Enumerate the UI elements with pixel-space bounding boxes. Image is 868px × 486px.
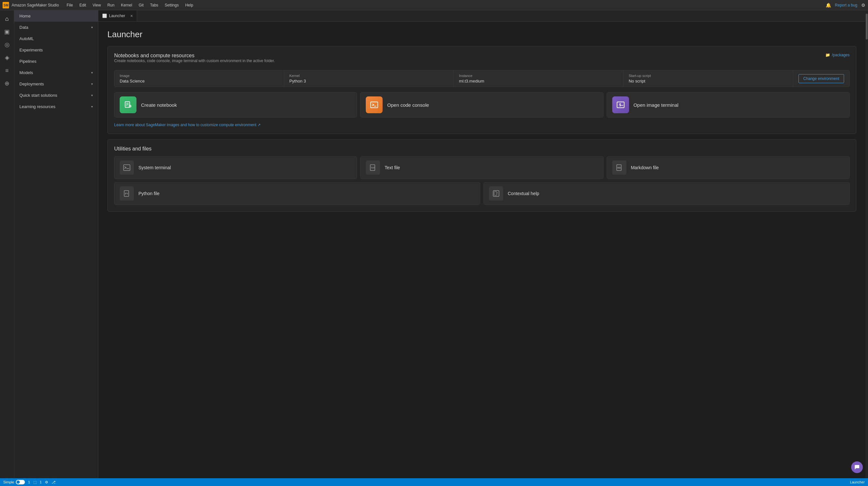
menu-run[interactable]: Run <box>105 2 117 9</box>
status-left: Simple 1 ⬚ 1 ⚙ ⎇ <box>3 480 56 484</box>
contextual-help-icon <box>489 186 503 201</box>
menu-view[interactable]: View <box>90 2 103 9</box>
text-file-label: Text file <box>384 165 400 170</box>
launcher-content: Launcher Notebooks and compute resources… <box>98 22 865 478</box>
create-notebook-card[interactable]: Create notebook <box>114 92 357 117</box>
status-count2: 1 <box>40 480 42 484</box>
mode-toggle[interactable] <box>16 480 25 484</box>
icon-strip: ⌂ ▣ ◎ ◈ ≡ ⊕ <box>0 10 14 478</box>
env-image-cell: Image Data Science <box>115 70 284 87</box>
sidebar-item-quick-start-label: Quick start solutions <box>20 93 57 98</box>
sidebar-item-pipelines[interactable]: Pipelines <box>14 56 98 67</box>
system-terminal-card[interactable]: System terminal <box>114 156 357 179</box>
chat-bubble-button[interactable] <box>851 461 863 473</box>
utilities-row2: PY Python file Cont <box>114 182 849 205</box>
open-image-terminal-label: Open image terminal <box>633 102 679 108</box>
sidebar-item-models[interactable]: Models ▾ <box>14 67 98 78</box>
mode-toggle-wrap: Simple <box>3 480 25 484</box>
menu-help[interactable]: Help <box>183 2 196 9</box>
scrollbar-track[interactable] <box>865 10 868 478</box>
env-instance-label: Instance <box>459 74 618 78</box>
open-code-console-icon <box>366 96 382 113</box>
menu-settings[interactable]: Settings <box>162 2 181 9</box>
sidebar-item-quick-start[interactable]: Quick start solutions ▾ <box>14 90 98 101</box>
app-logo-icon: SM <box>3 2 9 8</box>
contextual-help-card[interactable]: Contextual help <box>484 182 849 205</box>
tab-close-button[interactable]: × <box>130 13 133 19</box>
settings-gear-icon[interactable]: ⚙ <box>861 3 865 8</box>
sidebar-item-deployments[interactable]: Deployments ▾ <box>14 78 98 90</box>
menu-file[interactable]: File <box>64 2 75 9</box>
strip-home-icon[interactable]: ⌂ <box>1 13 13 25</box>
notebooks-section-header: Notebooks and compute resources Create n… <box>114 53 849 68</box>
open-code-console-label: Open code console <box>387 102 429 108</box>
scrollbar-thumb[interactable] <box>866 13 868 39</box>
python-file-label: Python file <box>138 191 159 196</box>
open-image-terminal-icon: $ <box>612 96 629 113</box>
menu-right: 🔔 Report a bug ⚙ <box>826 3 865 8</box>
env-startup-cell: Start-up script No script <box>623 70 793 87</box>
git-branch-icon[interactable]: ⎇ <box>52 480 56 484</box>
strip-data-icon[interactable]: ▣ <box>1 26 13 37</box>
menu-git[interactable]: Git <box>136 2 146 9</box>
sidebar-item-experiments[interactable]: Experiments <box>14 44 98 56</box>
strip-extensions-icon[interactable]: ⊕ <box>1 78 13 89</box>
sidebar-item-experiments-label: Experiments <box>20 48 43 53</box>
strip-pipelines-icon[interactable]: ≡ <box>1 65 13 77</box>
open-code-console-card[interactable]: Open code console <box>360 92 603 117</box>
page-title: Launcher <box>107 29 856 39</box>
text-file-card[interactable]: TXT Text file <box>360 156 603 179</box>
change-environment-button[interactable]: Change environment <box>799 74 844 83</box>
sidebar-item-learning-resources[interactable]: Learning resources ▾ <box>14 101 98 112</box>
folder-icon: 📁 <box>825 53 830 57</box>
strip-experiments-icon[interactable]: ◈ <box>1 52 13 63</box>
env-startup-label: Start-up script <box>629 74 788 78</box>
main-layout: ⌂ ▣ ◎ ◈ ≡ ⊕ Home Data ▾ AutoML Experimen… <box>0 10 868 478</box>
sidebar-item-data[interactable]: Data ▾ <box>14 22 98 33</box>
chevron-down-icon: ▾ <box>91 71 93 74</box>
status-settings-icon[interactable]: ⚙ <box>45 480 48 484</box>
chevron-down-icon: ▾ <box>91 105 93 109</box>
sidebar-item-pipelines-label: Pipelines <box>20 59 36 64</box>
utilities-row1: System terminal TXT Text file <box>114 156 849 179</box>
notebooks-section-subtitle: Create notebooks, code console, image te… <box>114 59 275 63</box>
status-launcher-label: Launcher <box>850 480 865 484</box>
sidebar-item-home[interactable]: Home <box>14 10 98 22</box>
tab-launcher-label: Launcher <box>109 13 125 18</box>
sidebar-item-deployments-label: Deployments <box>20 82 44 86</box>
open-image-terminal-card[interactable]: $ Open image terminal <box>607 92 849 117</box>
action-grid: Create notebook Open code console <box>114 92 849 117</box>
sidebar-item-learning-resources-label: Learning resources <box>20 104 55 109</box>
utilities-section-title: Utilities and files <box>114 146 849 152</box>
create-notebook-label: Create notebook <box>141 102 177 108</box>
learn-more-link[interactable]: Learn more about SageMaker images and ho… <box>114 123 849 127</box>
menu-edit[interactable]: Edit <box>76 2 89 9</box>
menu-kernel[interactable]: Kernel <box>118 2 135 9</box>
report-bug-link[interactable]: Report a bug <box>835 3 857 7</box>
python-file-icon: PY <box>120 186 134 201</box>
python-file-card[interactable]: PY Python file <box>114 182 480 205</box>
menu-tabs[interactable]: Tabs <box>148 2 161 9</box>
env-kernel-cell: Kernel Python 3 <box>284 70 454 87</box>
notebooks-section-title: Notebooks and compute resources <box>114 53 275 59</box>
text-file-icon: TXT <box>366 160 380 175</box>
menu-items: File Edit View Run Kernel Git Tabs Setti… <box>64 2 826 9</box>
system-terminal-icon <box>120 160 134 175</box>
tab-bar: ⬜ Launcher × <box>98 10 865 22</box>
folder-link[interactable]: 📁 /packages <box>825 53 849 57</box>
content-area: ⬜ Launcher × Launcher Notebooks and comp… <box>98 10 865 478</box>
bell-icon[interactable]: 🔔 <box>826 3 831 8</box>
svg-text:TXT: TXT <box>371 166 375 169</box>
sidebar-item-models-label: Models <box>20 70 33 75</box>
chevron-down-icon: ▾ <box>91 82 93 86</box>
folder-path: /packages <box>832 53 849 57</box>
sidebar-item-automl[interactable]: AutoML <box>14 33 98 44</box>
sidebar-item-home-label: Home <box>20 13 31 19</box>
markdown-file-card[interactable]: MD Markdown file <box>607 156 849 179</box>
environment-row: Image Data Science Kernel Python 3 Insta… <box>114 70 849 87</box>
env-image-value: Data Science <box>120 79 279 84</box>
create-notebook-icon <box>120 96 136 113</box>
tab-launcher[interactable]: ⬜ Launcher × <box>98 10 137 21</box>
status-right: Launcher <box>850 480 865 484</box>
strip-automl-icon[interactable]: ◎ <box>1 39 13 51</box>
